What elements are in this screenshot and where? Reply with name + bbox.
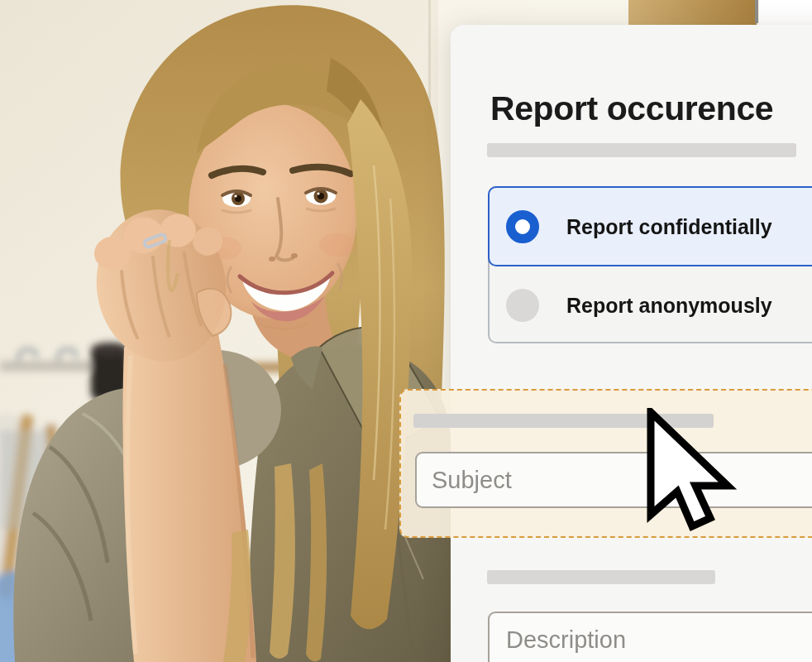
radio-option-anonymously[interactable]: Report anonymously: [490, 265, 812, 345]
subject-input[interactable]: [415, 452, 812, 508]
radio-option-confidentially[interactable]: Report confidentially: [488, 186, 812, 266]
form-title: Report occurence: [490, 89, 773, 128]
text-placeholder-bar: [413, 414, 714, 428]
subject-section-highlight: [399, 389, 812, 538]
radio-selected-icon: [506, 210, 539, 243]
description-input[interactable]: [488, 612, 812, 662]
screen: Report occurence Report confidentially R…: [0, 0, 812, 662]
report-type-radio-group: Report confidentially Report anonymously: [488, 186, 812, 343]
photo-top-frame: [628, 0, 757, 26]
text-placeholder-bar: [487, 143, 796, 157]
report-form-card: Report occurence Report confidentially R…: [451, 25, 812, 662]
text-placeholder-bar: [487, 570, 715, 584]
radio-unselected-icon: [506, 289, 539, 322]
radio-option-label: Report anonymously: [566, 293, 772, 317]
radio-option-label: Report confidentially: [566, 214, 772, 238]
